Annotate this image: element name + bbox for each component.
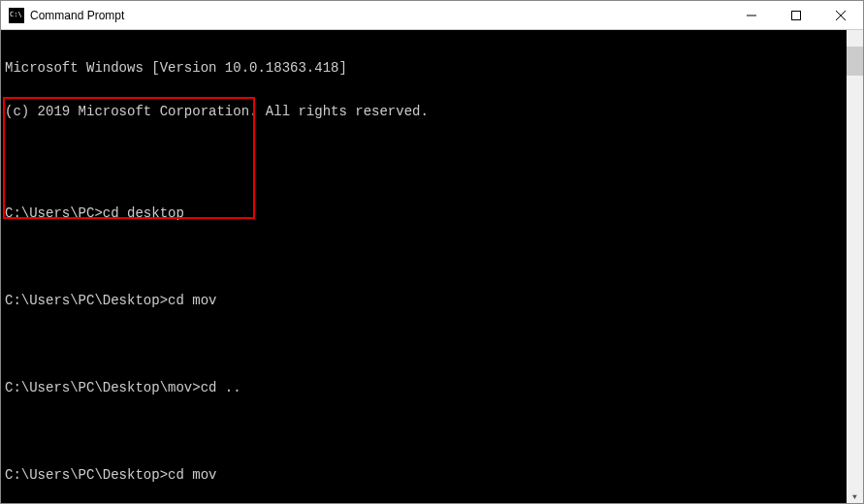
prompt-line: C:\Users\PC\Desktop>cd mov: [5, 294, 847, 308]
cmd-icon: [9, 8, 24, 23]
window-title: Command Prompt: [30, 9, 729, 22]
window-controls: [729, 1, 863, 29]
scrollbar-thumb[interactable]: [847, 47, 863, 76]
svg-rect-1: [792, 11, 801, 19]
blank-line: [5, 250, 847, 265]
scroll-down-button[interactable]: ▼: [847, 488, 863, 504]
header-line: (c) 2019 Microsoft Corporation. All righ…: [5, 105, 847, 119]
command: cd mov: [168, 293, 216, 308]
prompt: C:\Users\PC\Desktop>: [5, 293, 168, 308]
prompt-line: C:\Users\PC\Desktop\mov>cd ..: [5, 381, 847, 395]
command: cd desktop: [103, 205, 184, 221]
scrollbar[interactable]: ▲ ▼: [847, 30, 863, 504]
minimize-button[interactable]: [729, 1, 774, 29]
header-line: Microsoft Windows [Version 10.0.18363.41…: [5, 61, 847, 76]
maximize-button[interactable]: [774, 1, 818, 29]
prompt-line: C:\Users\PC>cd desktop: [5, 206, 847, 221]
blank-line: [5, 337, 847, 352]
terminal-area[interactable]: Microsoft Windows [Version 10.0.18363.41…: [1, 30, 863, 504]
terminal-content: Microsoft Windows [Version 10.0.18363.41…: [5, 32, 847, 504]
titlebar: Command Prompt: [1, 1, 863, 30]
prompt: C:\Users\PC>: [5, 205, 103, 221]
command: cd mov: [168, 467, 216, 483]
prompt: C:\Users\PC\Desktop\mov>: [5, 380, 201, 395]
close-button[interactable]: [818, 1, 863, 29]
blank-line: [5, 425, 847, 439]
prompt-line: C:\Users\PC\Desktop>cd mov: [5, 468, 847, 483]
blank-line: [5, 148, 847, 163]
command: cd ..: [201, 380, 241, 395]
prompt: C:\Users\PC\Desktop>: [5, 467, 168, 483]
